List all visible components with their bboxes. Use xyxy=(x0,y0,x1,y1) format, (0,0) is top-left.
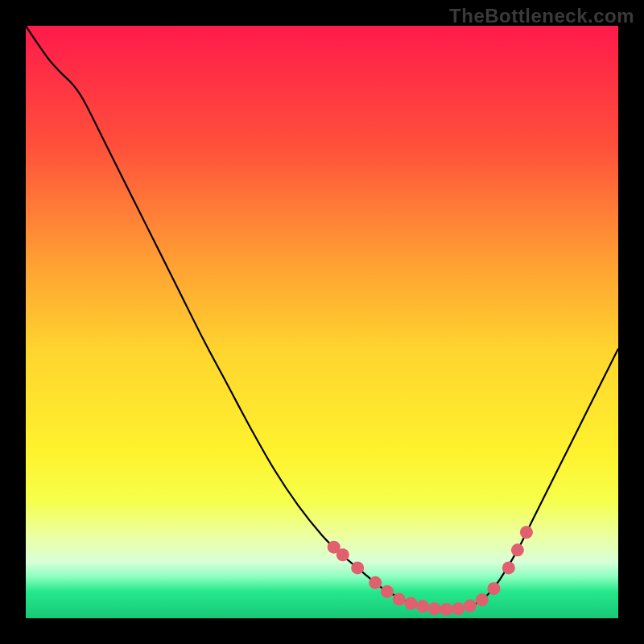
highlight-dot xyxy=(428,602,441,615)
highlight-dot xyxy=(464,600,477,613)
bottleneck-chart xyxy=(0,0,644,644)
highlight-dot xyxy=(476,593,489,606)
highlight-dot xyxy=(502,561,515,574)
watermark-text: TheBottleneck.com xyxy=(449,5,634,27)
highlight-dot xyxy=(440,603,453,616)
chart-frame: TheBottleneck.com xyxy=(0,0,644,644)
highlight-dot xyxy=(404,597,417,610)
highlight-dot xyxy=(393,592,406,605)
highlight-dot xyxy=(520,526,533,539)
highlight-dot xyxy=(381,585,394,598)
highlight-dot xyxy=(511,543,524,556)
highlight-dot xyxy=(416,600,429,613)
highlight-dot xyxy=(487,582,500,595)
highlight-dot xyxy=(452,602,464,615)
highlight-dot xyxy=(336,548,349,561)
highlight-dot xyxy=(369,576,382,589)
highlight-dot xyxy=(351,561,364,574)
